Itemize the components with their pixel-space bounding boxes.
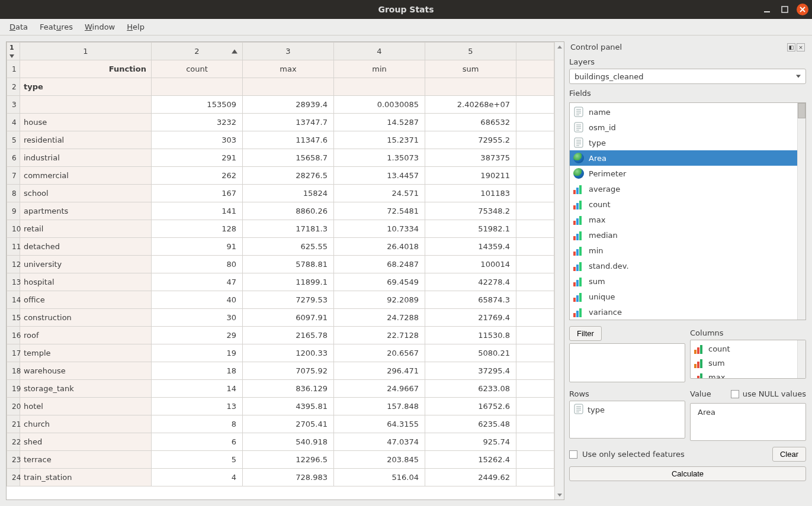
table-row[interactable]: 8school1671582424.571101183 — [7, 185, 554, 202]
col-header-3[interactable]: 3 — [243, 43, 334, 60]
results-table[interactable]: 1 1 2 3 4 5 1 Function count max min sum — [7, 42, 554, 486]
dropbox-item-count[interactable]: count — [692, 341, 796, 356]
field-item-unique[interactable]: unique — [570, 289, 797, 304]
field-item-sum[interactable]: sum — [570, 273, 797, 289]
scroll-up-icon[interactable] — [555, 42, 564, 51]
row-header[interactable]: 10 — [7, 220, 20, 238]
row-header[interactable]: 17 — [7, 344, 20, 362]
field-item-stand-dev-[interactable]: stand.dev. — [570, 258, 797, 273]
table-row[interactable]: 9apartments1418860.2672.548175348.2 — [7, 202, 554, 220]
table-row[interactable]: 24train_station4728.983516.042449.62 — [7, 469, 554, 486]
calculate-button[interactable]: Calculate — [569, 466, 806, 481]
row-header[interactable]: 13 — [7, 273, 20, 291]
fields-scrollbar[interactable] — [797, 103, 805, 320]
row-header[interactable]: 12 — [7, 256, 20, 273]
field-item-area[interactable]: Area — [570, 150, 797, 166]
table-row[interactable]: 20hotel134395.81157.84816752.6 — [7, 398, 554, 415]
table-row[interactable]: 21church82705.4164.31556235.48 — [7, 415, 554, 433]
table-row[interactable]: 11detached91625.5526.401814359.4 — [7, 238, 554, 256]
dropbox-item-sum[interactable]: sum — [692, 356, 796, 370]
col-header-2[interactable]: 2 — [152, 43, 243, 60]
table-row[interactable]: 19storage_tank14836.12924.96676233.08 — [7, 380, 554, 398]
menu-data[interactable]: Data — [4, 20, 34, 34]
panel-detach-icon[interactable]: ◧ — [787, 43, 795, 51]
row-header[interactable]: 8 — [7, 185, 20, 202]
table-row[interactable]: 12university805788.8168.2487100014 — [7, 256, 554, 273]
col-header-1[interactable]: 1 — [20, 43, 152, 60]
row-header[interactable]: 14 — [7, 291, 20, 309]
scroll-thumb[interactable] — [798, 103, 805, 118]
rows-dropbox[interactable]: type — [569, 401, 685, 439]
table-row[interactable]: 17temple191200.3320.65675080.21 — [7, 344, 554, 362]
scroll-down-icon[interactable] — [555, 490, 564, 499]
field-item-max[interactable]: max — [570, 212, 797, 227]
table-scrollbar[interactable] — [554, 42, 564, 499]
dropbox-item-area[interactable]: Area — [692, 405, 804, 419]
columns-scrollbar[interactable] — [797, 340, 805, 378]
row-header[interactable]: 11 — [7, 238, 20, 256]
minimize-button[interactable] — [761, 4, 773, 15]
row-header[interactable]: 15 — [7, 309, 20, 327]
row-header-1[interactable]: 1 — [7, 60, 20, 78]
field-item-median[interactable]: median — [570, 227, 797, 243]
row-header[interactable]: 5 — [7, 131, 20, 149]
table-row[interactable]: 16roof292165.7822.712811530.8 — [7, 327, 554, 344]
table-row[interactable]: 4house323213747.714.5287686532 — [7, 114, 554, 131]
table-corner[interactable]: 1 — [7, 43, 20, 60]
row-header[interactable]: 22 — [7, 433, 20, 451]
table-row[interactable]: 5residential30311347.615.237172955.2 — [7, 131, 554, 149]
field-item-variance[interactable]: variance — [570, 304, 797, 320]
row-header[interactable]: 18 — [7, 362, 20, 380]
row-header-2[interactable]: 2 — [7, 78, 20, 96]
field-item-count[interactable]: count — [570, 196, 797, 212]
cell-count: 153509 — [152, 96, 243, 114]
use-null-checkbox[interactable] — [731, 390, 739, 398]
col-header-5[interactable]: 5 — [425, 43, 516, 60]
menu-help[interactable]: Help — [121, 20, 150, 34]
row-header[interactable]: 19 — [7, 380, 20, 398]
field-item-name[interactable]: name — [570, 104, 797, 120]
table-row[interactable]: 6industrial29115658.71.35073387375 — [7, 149, 554, 167]
field-item-min[interactable]: min — [570, 243, 797, 258]
row-header[interactable]: 7 — [7, 167, 20, 185]
filter-dropbox[interactable] — [569, 343, 685, 382]
table-row[interactable]: 15construction306097.9124.728821769.4 — [7, 309, 554, 327]
table-row[interactable]: 13hospital4711899.169.454942278.4 — [7, 273, 554, 291]
row-header[interactable]: 9 — [7, 202, 20, 220]
col-header-4[interactable]: 4 — [334, 43, 425, 60]
panel-close-icon[interactable]: × — [797, 43, 805, 51]
use-selected-checkbox[interactable] — [569, 450, 577, 459]
table-row[interactable]: 7commercial26228276.513.4457190211 — [7, 167, 554, 185]
field-item-type[interactable]: type — [570, 135, 797, 150]
dropbox-item-type[interactable]: type — [571, 402, 683, 417]
table-row[interactable]: 22shed6540.91847.0374925.74 — [7, 433, 554, 451]
row-header[interactable]: 24 — [7, 469, 20, 486]
columns-dropbox[interactable]: countsummax — [690, 340, 806, 379]
filter-button[interactable]: Filter — [569, 326, 602, 341]
close-button[interactable] — [797, 4, 808, 15]
row-header[interactable]: 16 — [7, 327, 20, 344]
field-item-average[interactable]: average — [570, 181, 797, 196]
field-item-osm_id[interactable]: osm_id — [570, 120, 797, 135]
row-header[interactable]: 20 — [7, 398, 20, 415]
row-header[interactable]: 3 — [7, 96, 20, 114]
row-header[interactable]: 23 — [7, 451, 20, 469]
value-dropbox[interactable]: Area — [690, 403, 806, 441]
row-header[interactable]: 6 — [7, 149, 20, 167]
table-row[interactable]: 315350928939.40.00300852.40268e+07 — [7, 96, 554, 114]
layers-combo[interactable]: buildings_cleaned — [569, 69, 806, 84]
dropbox-item-max[interactable]: max — [692, 370, 796, 378]
table-row[interactable]: 10retail12817181.310.733451982.1 — [7, 220, 554, 238]
fields-list[interactable]: nameosm_idtypeAreaPerimeteraveragecountm… — [570, 103, 797, 320]
table-row[interactable]: 18warehouse187075.92296.47137295.4 — [7, 362, 554, 380]
field-item-perimeter[interactable]: Perimeter — [570, 166, 797, 181]
menu-features[interactable]: Features — [34, 20, 79, 34]
table-row[interactable]: 14office407279.5392.208965874.3 — [7, 291, 554, 309]
menu-window[interactable]: Window — [79, 20, 121, 34]
row-header[interactable]: 21 — [7, 415, 20, 433]
row-header[interactable]: 4 — [7, 114, 20, 131]
maximize-button[interactable] — [779, 4, 791, 15]
table-row[interactable]: 23terrace512296.5203.84515262.4 — [7, 451, 554, 469]
scroll-track[interactable] — [555, 51, 564, 490]
clear-button[interactable]: Clear — [772, 447, 806, 462]
